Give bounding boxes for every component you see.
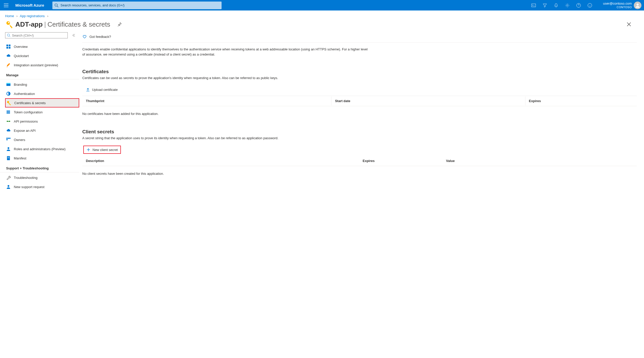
chevron-right-icon: › bbox=[47, 14, 48, 18]
sidebar-item-label: New support request bbox=[14, 185, 44, 189]
client-secrets-empty-message: No client secrets have been created for … bbox=[82, 166, 637, 181]
certificates-table: Thumbprint Start date Expires bbox=[82, 96, 637, 106]
hamburger-menu-button[interactable] bbox=[0, 4, 12, 7]
global-search-input[interactable] bbox=[59, 3, 220, 7]
certificates-heading: Certificates bbox=[82, 61, 637, 76]
certificates-description: Certificates can be used as secrets to p… bbox=[82, 76, 637, 83]
cloud-shell-button[interactable] bbox=[528, 0, 539, 10]
sidebar-item-label: Quickstart bbox=[14, 54, 29, 58]
sidebar-search-input[interactable] bbox=[10, 34, 66, 37]
sidebar-item-label: Manifest bbox=[14, 156, 26, 160]
collapse-sidebar-button[interactable] bbox=[72, 33, 76, 37]
sidebar-item-manifest[interactable]: Manifest bbox=[5, 154, 79, 163]
notifications-button[interactable] bbox=[550, 0, 562, 10]
column-description[interactable]: Description bbox=[83, 156, 359, 165]
sidebar: Overview Quickstart Integration assistan… bbox=[0, 32, 79, 191]
svg-point-2 bbox=[567, 5, 568, 6]
sidebar-item-label: Integration assistant (preview) bbox=[14, 63, 58, 67]
sidebar-group-manage: Manage bbox=[5, 70, 79, 79]
owners-icon bbox=[6, 137, 11, 142]
svg-point-8 bbox=[7, 34, 10, 36]
sidebar-item-label: Roles and administrators (Preview) bbox=[14, 147, 65, 151]
sidebar-search[interactable] bbox=[5, 32, 68, 38]
svg-point-27 bbox=[8, 147, 9, 149]
overview-icon bbox=[6, 44, 11, 49]
search-icon bbox=[54, 3, 59, 7]
sidebar-item-label: API permissions bbox=[14, 120, 38, 123]
sidebar-item-certificates-secrets[interactable]: Certificates & secrets bbox=[5, 98, 79, 107]
breadcrumb-app-registrations[interactable]: App registrations bbox=[20, 14, 45, 18]
svg-point-21 bbox=[7, 121, 8, 122]
global-search[interactable] bbox=[52, 2, 222, 9]
api-icon bbox=[6, 119, 11, 124]
svg-point-4 bbox=[588, 3, 592, 7]
key-icon bbox=[5, 20, 14, 29]
pin-icon[interactable] bbox=[117, 22, 122, 27]
feedback-link[interactable]: Got feedback? bbox=[82, 32, 637, 43]
feedback-smile-button[interactable] bbox=[584, 0, 595, 10]
sidebar-item-new-support-request[interactable]: New support request bbox=[5, 182, 79, 191]
client-secrets-heading: Client secrets bbox=[82, 121, 637, 136]
auth-icon bbox=[6, 91, 11, 96]
account-info[interactable]: user@contoso.com CONTOSO bbox=[595, 2, 634, 9]
account-email: user@contoso.com bbox=[603, 2, 632, 5]
svg-point-31 bbox=[8, 185, 9, 187]
svg-point-7 bbox=[8, 22, 9, 23]
sidebar-item-troubleshooting[interactable]: Troubleshooting bbox=[5, 173, 79, 182]
breadcrumb: Home › App registrations › bbox=[0, 10, 644, 20]
sidebar-item-api-permissions[interactable]: API permissions bbox=[5, 117, 79, 126]
client-secrets-table: Description Expires Value bbox=[82, 156, 637, 166]
intro-description: Credentials enable confidential applicat… bbox=[82, 43, 369, 61]
sidebar-item-overview[interactable]: Overview bbox=[5, 42, 79, 51]
settings-button[interactable] bbox=[562, 0, 573, 10]
sidebar-item-owners[interactable]: Owners bbox=[5, 135, 79, 144]
breadcrumb-home[interactable]: Home bbox=[5, 14, 14, 18]
sidebar-item-authentication[interactable]: Authentication bbox=[5, 89, 79, 98]
page-title-row: ADT-app | Certificates & secrets bbox=[0, 20, 644, 32]
brand-label[interactable]: Microsoft Azure bbox=[12, 3, 49, 7]
upload-icon bbox=[86, 88, 90, 92]
sidebar-item-label: Troubleshooting bbox=[14, 176, 38, 180]
directory-filter-button[interactable] bbox=[539, 0, 550, 10]
sidebar-item-label: Owners bbox=[14, 138, 25, 142]
svg-rect-30 bbox=[8, 158, 9, 158]
column-value[interactable]: Value bbox=[443, 156, 636, 165]
upload-certificate-button[interactable]: Upload certificate bbox=[83, 85, 120, 94]
svg-rect-26 bbox=[6, 139, 8, 140]
new-client-secret-button[interactable]: New client secret bbox=[83, 146, 121, 154]
wrench-icon bbox=[6, 175, 11, 180]
column-expires[interactable]: Expires bbox=[360, 156, 442, 165]
sidebar-item-token-configuration[interactable]: Token configuration bbox=[5, 107, 79, 117]
key-icon bbox=[7, 101, 11, 105]
column-thumbprint[interactable]: Thumbprint bbox=[83, 96, 331, 105]
support-icon bbox=[6, 185, 11, 189]
sidebar-item-label: Overview bbox=[14, 45, 28, 49]
sidebar-item-integration-assistant[interactable]: Integration assistant (preview) bbox=[5, 60, 79, 70]
top-bar: Microsoft Azure user@contoso.com CONTOSO bbox=[0, 0, 644, 10]
certificates-empty-message: No certificates have been added for this… bbox=[82, 106, 637, 121]
sidebar-item-label: Expose an API bbox=[14, 129, 36, 133]
sidebar-item-quickstart[interactable]: Quickstart bbox=[5, 51, 79, 60]
main-content: Got feedback? Credentials enable confide… bbox=[79, 32, 644, 191]
client-secrets-description: A secret string that the application use… bbox=[82, 136, 637, 143]
avatar[interactable] bbox=[634, 2, 641, 9]
column-expires[interactable]: Expires bbox=[526, 96, 636, 105]
manifest-icon bbox=[6, 156, 11, 160]
sidebar-group-support: Support + Troubleshooting bbox=[5, 163, 79, 172]
expose-icon bbox=[6, 128, 11, 133]
sidebar-item-branding[interactable]: Branding bbox=[5, 80, 79, 89]
sidebar-item-label: Authentication bbox=[14, 92, 35, 96]
svg-rect-17 bbox=[7, 110, 7, 114]
svg-rect-11 bbox=[6, 47, 8, 49]
plus-icon bbox=[86, 148, 90, 152]
column-start-date[interactable]: Start date bbox=[332, 96, 525, 105]
close-icon[interactable] bbox=[627, 22, 631, 27]
roles-icon bbox=[6, 147, 11, 151]
token-icon bbox=[6, 110, 11, 114]
heart-icon bbox=[82, 34, 87, 39]
sidebar-item-expose-api[interactable]: Expose an API bbox=[5, 126, 79, 135]
svg-point-22 bbox=[9, 121, 10, 122]
svg-rect-9 bbox=[6, 45, 8, 46]
help-button[interactable] bbox=[573, 0, 584, 10]
sidebar-item-roles-administrators[interactable]: Roles and administrators (Preview) bbox=[5, 144, 79, 154]
